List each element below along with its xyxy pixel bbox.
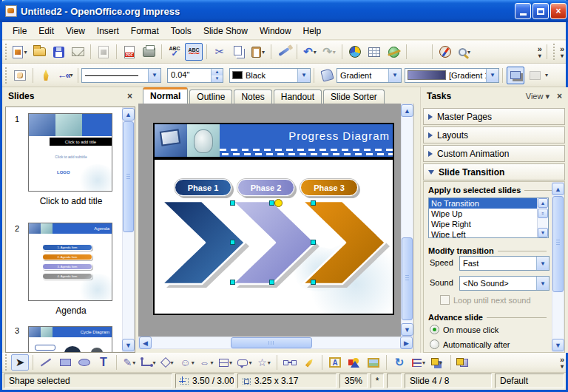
phase1-pill[interactable]: Phase 1 <box>175 179 231 196</box>
slide-thumbnail-3[interactable]: Cycle Diagram <box>28 326 112 353</box>
selection-handle[interactable] <box>269 280 274 285</box>
fontwork-button[interactable]: A <box>326 354 344 371</box>
menu-help[interactable]: Help <box>297 24 328 38</box>
symbol-shapes-tool[interactable]: ☺▾ <box>178 354 196 371</box>
copy-button[interactable] <box>230 43 248 61</box>
extrusion-button[interactable] <box>455 354 473 371</box>
block-arrows-tool[interactable]: ⇔▾ <box>197 354 215 371</box>
redo-button[interactable]: ↷▾ <box>320 43 338 61</box>
export-pdf-button[interactable]: PDF <box>121 43 138 61</box>
table-button[interactable] <box>365 43 383 61</box>
menu-format[interactable]: Format <box>125 24 165 38</box>
tasks-scrollbar[interactable]: ▲ ▼ <box>552 182 564 352</box>
ellipse-tool[interactable] <box>75 354 93 371</box>
transition-option-selected[interactable]: No Transition <box>429 198 548 209</box>
line-tool[interactable] <box>37 354 55 371</box>
close-icon[interactable]: × <box>557 91 562 101</box>
cut-button[interactable]: ✂ <box>211 43 229 61</box>
section-slide-transition[interactable]: Slide Transition <box>423 163 565 180</box>
scroll-left-icon[interactable]: ◀ <box>139 337 152 349</box>
text-tool[interactable]: T <box>95 354 112 371</box>
basic-shapes-tool[interactable]: ▾ <box>159 354 177 371</box>
toolbar-grip[interactable] <box>552 44 556 60</box>
shadow-button[interactable] <box>507 67 524 84</box>
edit-file-button[interactable] <box>95 43 112 61</box>
vertical-scrollbar[interactable]: ▲ ▼ <box>401 104 413 337</box>
slides-scrollbar[interactable]: ▲ ▼ <box>122 107 135 352</box>
chart-button[interactable] <box>346 43 364 61</box>
scroll-down-icon[interactable]: ▼ <box>122 339 135 351</box>
selection-handle[interactable] <box>269 200 274 206</box>
spellcheck-button[interactable]: ABC✓ <box>166 43 183 61</box>
fill-dialog-button[interactable] <box>318 67 336 84</box>
spin-down-icon[interactable]: ▼ <box>212 75 223 82</box>
scrollbar-thumb[interactable] <box>402 237 413 320</box>
line-width-spinner[interactable]: 0.04" ▲▼ <box>167 68 223 83</box>
menu-view[interactable]: View <box>60 24 91 38</box>
transition-option[interactable]: Wipe Up <box>429 209 548 219</box>
save-button[interactable] <box>50 43 67 61</box>
chevron-arrows-graphic[interactable] <box>155 198 394 291</box>
horizontal-scrollbar[interactable]: ◀ ▶ <box>138 337 413 349</box>
speed-select[interactable]: Fast ▼ <box>459 256 550 271</box>
rectangle-tool[interactable] <box>56 354 74 371</box>
email-button[interactable] <box>69 43 87 61</box>
scrollbar-thumb[interactable] <box>552 196 564 292</box>
presentation-toolbar-overflow[interactable]: »▾ <box>560 45 564 59</box>
close-icon[interactable]: × <box>127 91 132 101</box>
toolbar-grip[interactable] <box>4 354 8 371</box>
navigator-button[interactable] <box>436 43 454 61</box>
section-layouts[interactable]: Layouts <box>423 126 565 143</box>
selection-handle[interactable] <box>230 280 235 285</box>
listbox-scrollbar[interactable]: ▲ ≡ ▼ <box>537 198 548 237</box>
display-grid-button[interactable] <box>410 43 428 61</box>
paste-button[interactable]: ▾ <box>249 43 267 61</box>
splitter[interactable] <box>413 104 420 353</box>
tab-normal[interactable]: Normal <box>143 87 188 104</box>
scroll-up-icon[interactable]: ▲ <box>122 108 135 121</box>
menu-window[interactable]: Window <box>254 24 297 38</box>
flowchart-tool[interactable]: ▾ <box>217 354 234 371</box>
edit-points-button[interactable] <box>11 67 29 84</box>
format-paintbrush-button[interactable] <box>275 43 293 61</box>
fill-style-select[interactable]: Gradient ▼ <box>337 68 402 83</box>
scrollbar-thumb[interactable] <box>231 337 312 348</box>
menu-file[interactable]: File <box>7 24 33 38</box>
slide-thumbnail-1[interactable]: Click to add title Click to add subtitle… <box>28 113 112 192</box>
line-color-select[interactable]: Black ▼ <box>229 68 311 83</box>
loop-checkbox[interactable] <box>440 295 450 305</box>
rotation-handle[interactable] <box>274 199 283 207</box>
line-dialog-button[interactable] <box>37 67 55 84</box>
section-master-pages[interactable]: Master Pages <box>423 108 565 125</box>
scroll-down-icon[interactable]: ▼ <box>552 339 564 351</box>
tab-outline[interactable]: Outline <box>189 89 232 104</box>
menu-edit[interactable]: Edit <box>33 24 60 38</box>
selection-handle[interactable] <box>230 200 235 206</box>
curve-tool[interactable]: ✎▾ <box>121 354 138 371</box>
callouts-tool[interactable]: ▾ <box>236 354 254 371</box>
hyperlink-button[interactable] <box>385 43 402 61</box>
scroll-up-icon[interactable]: ▲ <box>552 183 564 195</box>
scroll-right-icon[interactable]: ▶ <box>400 337 413 349</box>
menu-slideshow[interactable]: Slide Show <box>197 24 254 38</box>
from-file-button[interactable] <box>345 354 363 371</box>
tasks-view-menu[interactable]: View ▾ <box>526 92 550 101</box>
toolbar-overflow-button[interactable]: »▾ <box>538 45 542 59</box>
scroll-down-icon[interactable]: ▼ <box>401 323 413 336</box>
selection-handle[interactable] <box>311 240 316 245</box>
status-zoom[interactable]: 35% <box>339 374 368 388</box>
glue-points-tool[interactable] <box>300 354 318 371</box>
menu-tools[interactable]: Tools <box>165 24 197 38</box>
toolbar-grip[interactable] <box>4 67 8 84</box>
toolbar-overflow-button[interactable]: »▾ <box>560 356 564 370</box>
transition-option[interactable]: Wipe Right <box>429 219 548 229</box>
zoom-button[interactable]: ▾ <box>456 43 473 61</box>
phase2-pill[interactable]: Phase 2 <box>237 179 294 196</box>
on-mouse-click-radio[interactable] <box>430 325 439 334</box>
arrow-style-button[interactable]: ←«▾ <box>56 67 74 84</box>
tab-handout[interactable]: Handout <box>274 89 322 104</box>
phase3-pill[interactable]: Phase 3 <box>300 179 358 196</box>
connector-tool[interactable]: ▾ <box>140 354 158 371</box>
arrange-button[interactable]: ▾ <box>429 354 447 371</box>
transition-option[interactable]: Wipe Left <box>429 229 548 238</box>
